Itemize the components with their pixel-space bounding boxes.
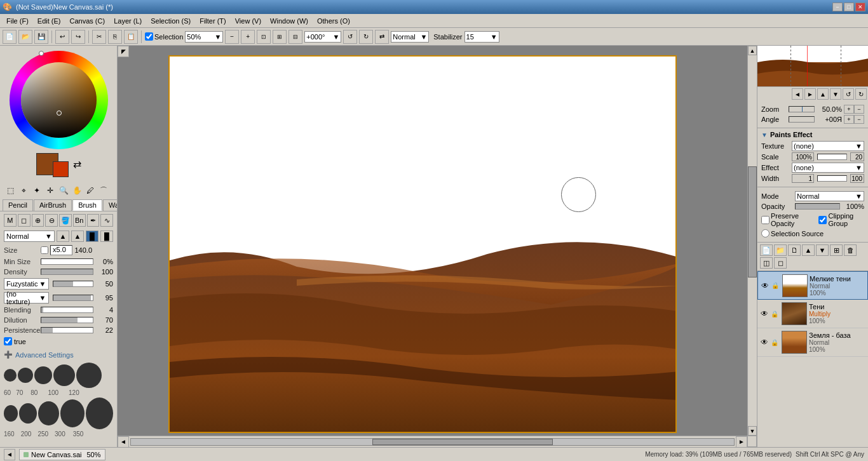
- layer-row-2[interactable]: 👁 🔒 Тени Multiply 100%: [757, 300, 868, 328]
- canvas-vscroll[interactable]: ▲ ▼: [747, 46, 757, 436]
- nav-btn-6[interactable]: ↻: [855, 88, 867, 100]
- tb-undo[interactable]: ↩: [55, 30, 69, 44]
- keep-opacity-checkbox[interactable]: [4, 337, 12, 345]
- hscroll-left[interactable]: ◄: [118, 436, 129, 448]
- bucket-tool[interactable]: 🪣: [59, 214, 72, 227]
- tb-copy[interactable]: ⎘: [108, 30, 122, 44]
- selection-tool[interactable]: ⬚: [4, 184, 17, 197]
- layer-row-1[interactable]: 👁 🔒 Мелкие тени Normal 100%: [757, 271, 868, 300]
- keep-opacity-label[interactable]: true: [4, 337, 26, 345]
- layer-lock-1[interactable]: 🔒: [770, 281, 780, 291]
- tb-cut[interactable]: ✂: [92, 30, 106, 44]
- nav-btn-4[interactable]: ▼: [830, 88, 841, 100]
- new-layer-btn[interactable]: 📄: [760, 244, 773, 256]
- layer-up-btn[interactable]: ▲: [802, 244, 815, 256]
- preserve-opacity-label[interactable]: Preserve Opacity: [761, 212, 812, 227]
- width-num[interactable]: 100: [850, 174, 864, 183]
- layer-extra-1[interactable]: ◫: [760, 257, 773, 269]
- swap-colors-icon[interactable]: ⇄: [73, 158, 81, 170]
- density-track[interactable]: [41, 269, 93, 275]
- deselect-tool[interactable]: ⊖: [45, 214, 58, 227]
- minimize-button[interactable]: −: [832, 3, 843, 11]
- angle-inc[interactable]: +: [844, 115, 854, 124]
- layer-eye-2[interactable]: 👁: [759, 309, 770, 319]
- new-folder-btn[interactable]: 📁: [774, 244, 787, 256]
- width-slider[interactable]: [817, 175, 847, 182]
- menu-selection[interactable]: Selection (S): [147, 16, 194, 26]
- layer-lock-2[interactable]: 🔒: [770, 309, 780, 319]
- tb-new[interactable]: 📄: [3, 30, 17, 44]
- angle-slider[interactable]: [789, 116, 815, 123]
- lasso-tool[interactable]: ⌖: [17, 184, 30, 197]
- marker-tool[interactable]: M: [4, 214, 17, 227]
- layer-eye-3[interactable]: 👁: [759, 337, 770, 347]
- minsize-track[interactable]: [41, 258, 93, 265]
- delete-layer-btn[interactable]: 🗑: [844, 244, 857, 256]
- status-tab-canvas[interactable]: New Canvas.sai 50%: [19, 449, 105, 460]
- color-wheel-container[interactable]: [10, 51, 108, 149]
- menu-layer[interactable]: Layer (L): [110, 16, 146, 26]
- nav-btn-2[interactable]: ►: [804, 88, 816, 100]
- merge-btn[interactable]: ⊞: [830, 244, 843, 256]
- tb-zoom-out[interactable]: −: [225, 30, 239, 44]
- preset-250[interactable]: [38, 401, 59, 425]
- inkpen-tool[interactable]: ✒: [87, 214, 100, 227]
- nav-btn-3[interactable]: ▲: [817, 88, 829, 100]
- zoom-tool[interactable]: 🔍: [57, 184, 70, 197]
- titlebar-controls[interactable]: − □ ✕: [832, 3, 865, 11]
- zoom-dropdown[interactable]: 50% ▼: [185, 31, 223, 43]
- scale-num[interactable]: 20: [850, 152, 864, 161]
- zoom-slider[interactable]: [789, 106, 815, 112]
- blending-track[interactable]: [41, 307, 93, 313]
- tb-redo[interactable]: ↪: [71, 30, 85, 44]
- selection-checkbox-input[interactable]: [145, 32, 153, 41]
- effect-dropdown[interactable]: (none) ▼: [792, 163, 864, 173]
- preset-300[interactable]: [60, 399, 85, 427]
- brush-mode-dropdown[interactable]: Normal ▼: [4, 230, 55, 242]
- width-input[interactable]: 1: [792, 174, 814, 183]
- menu-others[interactable]: Others (O): [313, 16, 354, 26]
- scale-input[interactable]: 100%: [792, 152, 814, 161]
- zoom-inc[interactable]: +: [844, 105, 854, 114]
- vscroll-up[interactable]: ▲: [748, 46, 757, 55]
- menu-window[interactable]: Window (W): [266, 16, 312, 26]
- tb-rotate-l[interactable]: ↺: [343, 30, 357, 44]
- color-wheel[interactable]: [10, 51, 108, 149]
- preset-160[interactable]: [4, 405, 18, 422]
- angle-dropdown[interactable]: +000° ▼: [304, 31, 341, 43]
- mode-dropdown-r[interactable]: Normal ▼: [795, 191, 864, 201]
- fill-tool[interactable]: ⌒: [97, 184, 110, 197]
- preset-120[interactable]: [76, 363, 102, 388]
- vscroll-thumb[interactable]: [748, 166, 757, 277]
- canvas-corner-btn-tl[interactable]: ◤: [118, 46, 129, 57]
- selection-checkbox[interactable]: Selection: [145, 32, 183, 41]
- selection-source-label[interactable]: Selection Source: [761, 229, 824, 237]
- advanced-settings-toggle[interactable]: ➕ Advanced Settings: [0, 349, 117, 360]
- nav-btn-1[interactable]: ◄: [792, 88, 803, 100]
- nav-btn-5[interactable]: ↺: [843, 88, 854, 100]
- tb-flip-h[interactable]: ⇄: [375, 30, 389, 44]
- pe-collapse-icon[interactable]: ▼: [761, 131, 768, 138]
- persistence-track[interactable]: [41, 327, 93, 333]
- menu-edit[interactable]: Edit (E): [34, 16, 65, 26]
- layer-extra-2[interactable]: ◻: [774, 257, 787, 269]
- hand-tool[interactable]: ✋: [71, 184, 83, 197]
- tb-zoom-fit[interactable]: ⊡: [257, 30, 271, 44]
- size-multiplier[interactable]: x5.0: [50, 245, 72, 255]
- tab-airbrush[interactable]: AirBrush: [34, 199, 72, 211]
- move-tool[interactable]: ✛: [44, 184, 57, 197]
- secondary-color-swatch[interactable]: [53, 161, 69, 177]
- tb-zoom-in[interactable]: +: [241, 30, 255, 44]
- preset-60[interactable]: [4, 369, 17, 382]
- dilution-track[interactable]: [41, 317, 93, 323]
- menu-canvas[interactable]: Canvas (C): [66, 16, 109, 26]
- tb-open[interactable]: 📂: [18, 30, 32, 44]
- tb-paste[interactable]: 📋: [124, 30, 138, 44]
- canvas-wrapper[interactable]: ◤: [118, 46, 757, 447]
- preset-200[interactable]: [19, 403, 37, 424]
- hscroll-right[interactable]: ►: [736, 436, 747, 448]
- menu-file[interactable]: File (F): [3, 16, 32, 26]
- brush-shape-3[interactable]: █: [86, 230, 98, 242]
- hscroll-thumb[interactable]: [372, 439, 553, 445]
- color-sq-container[interactable]: [21, 62, 97, 138]
